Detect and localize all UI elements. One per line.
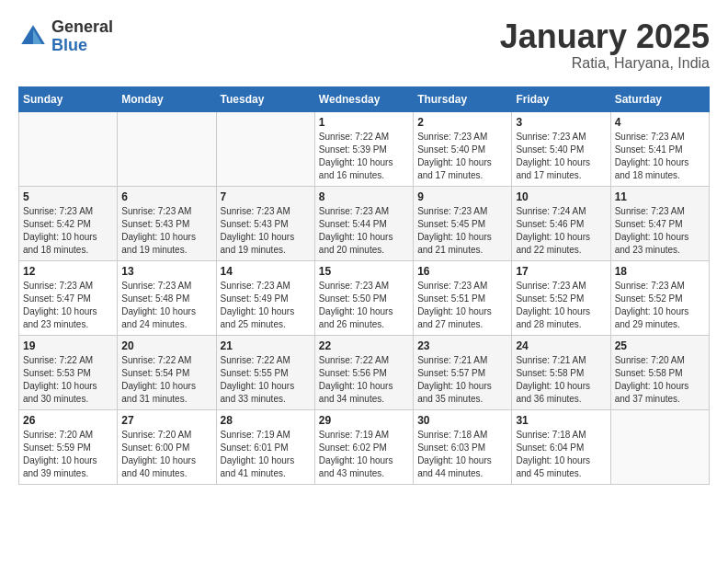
day-info: Sunrise: 7:20 AM Sunset: 5:59 PM Dayligh… (23, 429, 113, 480)
calendar-week-row: 1Sunrise: 7:22 AM Sunset: 5:39 PM Daylig… (19, 111, 710, 186)
day-number: 8 (319, 190, 409, 203)
day-of-week-header: Wednesday (314, 86, 413, 111)
calendar-week-row: 5Sunrise: 7:23 AM Sunset: 5:42 PM Daylig… (19, 186, 710, 260)
calendar-cell: 9Sunrise: 7:23 AM Sunset: 5:45 PM Daylig… (414, 186, 512, 260)
day-info: Sunrise: 7:23 AM Sunset: 5:52 PM Dayligh… (615, 280, 705, 331)
calendar-cell: 13Sunrise: 7:23 AM Sunset: 5:48 PM Dayli… (118, 260, 216, 335)
calendar-cell: 21Sunrise: 7:22 AM Sunset: 5:55 PM Dayli… (216, 335, 314, 409)
calendar-cell (19, 111, 118, 186)
day-info: Sunrise: 7:23 AM Sunset: 5:51 PM Dayligh… (417, 280, 507, 331)
logo-blue-text: Blue (51, 37, 113, 55)
calendar-cell: 3Sunrise: 7:23 AM Sunset: 5:40 PM Daylig… (512, 111, 610, 186)
day-info: Sunrise: 7:22 AM Sunset: 5:55 PM Dayligh… (221, 354, 311, 406)
logo: General Blue (18, 18, 113, 55)
day-number: 19 (23, 339, 113, 352)
day-info: Sunrise: 7:23 AM Sunset: 5:42 PM Dayligh… (23, 205, 113, 257)
day-of-week-header: Thursday (414, 86, 512, 111)
day-number: 28 (221, 414, 311, 427)
calendar-cell: 15Sunrise: 7:23 AM Sunset: 5:50 PM Dayli… (314, 260, 413, 335)
calendar-week-row: 12Sunrise: 7:23 AM Sunset: 5:47 PM Dayli… (19, 260, 710, 335)
day-of-week-header: Sunday (19, 86, 118, 111)
day-number: 3 (516, 116, 606, 129)
day-number: 20 (121, 339, 211, 352)
day-number: 13 (121, 265, 211, 278)
day-number: 22 (319, 339, 409, 352)
day-info: Sunrise: 7:19 AM Sunset: 6:02 PM Dayligh… (319, 429, 409, 480)
month-title: January 2025 (500, 18, 710, 55)
day-info: Sunrise: 7:23 AM Sunset: 5:45 PM Dayligh… (417, 205, 507, 257)
day-number: 15 (319, 265, 409, 278)
day-info: Sunrise: 7:20 AM Sunset: 5:58 PM Dayligh… (615, 354, 705, 406)
calendar-header: SundayMondayTuesdayWednesdayThursdayFrid… (19, 86, 710, 111)
day-info: Sunrise: 7:20 AM Sunset: 6:00 PM Dayligh… (121, 429, 211, 480)
day-info: Sunrise: 7:21 AM Sunset: 5:57 PM Dayligh… (417, 354, 507, 406)
day-number: 7 (221, 190, 311, 203)
calendar-cell: 19Sunrise: 7:22 AM Sunset: 5:53 PM Dayli… (19, 335, 118, 409)
day-info: Sunrise: 7:23 AM Sunset: 5:43 PM Dayligh… (121, 205, 211, 257)
day-info: Sunrise: 7:22 AM Sunset: 5:39 PM Dayligh… (319, 131, 409, 182)
page-header: General Blue January 2025 Ratia, Haryana… (18, 18, 710, 72)
logo-general-text: General (51, 18, 113, 37)
title-block: January 2025 Ratia, Haryana, India (500, 18, 710, 72)
calendar-cell: 4Sunrise: 7:23 AM Sunset: 5:41 PM Daylig… (610, 111, 709, 186)
day-number: 24 (516, 339, 606, 352)
day-info: Sunrise: 7:22 AM Sunset: 5:53 PM Dayligh… (23, 354, 113, 406)
calendar-cell: 18Sunrise: 7:23 AM Sunset: 5:52 PM Dayli… (610, 260, 709, 335)
day-info: Sunrise: 7:23 AM Sunset: 5:48 PM Dayligh… (121, 280, 211, 331)
day-number: 23 (417, 339, 507, 352)
calendar-cell: 29Sunrise: 7:19 AM Sunset: 6:02 PM Dayli… (314, 409, 413, 484)
day-info: Sunrise: 7:23 AM Sunset: 5:40 PM Dayligh… (516, 131, 606, 182)
day-info: Sunrise: 7:23 AM Sunset: 5:47 PM Dayligh… (23, 280, 113, 331)
calendar-cell: 10Sunrise: 7:24 AM Sunset: 5:46 PM Dayli… (512, 186, 610, 260)
day-info: Sunrise: 7:21 AM Sunset: 5:58 PM Dayligh… (516, 354, 606, 406)
calendar-cell (118, 111, 216, 186)
day-number: 5 (23, 190, 113, 203)
day-number: 14 (221, 265, 311, 278)
day-info: Sunrise: 7:22 AM Sunset: 5:56 PM Dayligh… (319, 354, 409, 406)
calendar-cell: 25Sunrise: 7:20 AM Sunset: 5:58 PM Dayli… (610, 335, 709, 409)
svg-marker-1 (33, 29, 42, 44)
calendar-cell: 6Sunrise: 7:23 AM Sunset: 5:43 PM Daylig… (118, 186, 216, 260)
day-of-week-header: Friday (512, 86, 610, 111)
day-info: Sunrise: 7:22 AM Sunset: 5:54 PM Dayligh… (121, 354, 211, 406)
calendar-cell: 22Sunrise: 7:22 AM Sunset: 5:56 PM Dayli… (314, 335, 413, 409)
day-info: Sunrise: 7:23 AM Sunset: 5:52 PM Dayligh… (516, 280, 606, 331)
calendar-cell: 17Sunrise: 7:23 AM Sunset: 5:52 PM Dayli… (512, 260, 610, 335)
calendar-cell: 8Sunrise: 7:23 AM Sunset: 5:44 PM Daylig… (314, 186, 413, 260)
calendar-cell: 7Sunrise: 7:23 AM Sunset: 5:43 PM Daylig… (216, 186, 314, 260)
day-number: 12 (23, 265, 113, 278)
day-number: 27 (121, 414, 211, 427)
day-of-week-header: Monday (118, 86, 216, 111)
day-info: Sunrise: 7:23 AM Sunset: 5:49 PM Dayligh… (221, 280, 311, 331)
calendar-table: SundayMondayTuesdayWednesdayThursdayFrid… (18, 86, 710, 485)
calendar-cell: 5Sunrise: 7:23 AM Sunset: 5:42 PM Daylig… (19, 186, 118, 260)
day-number: 2 (417, 116, 507, 129)
day-number: 4 (615, 116, 705, 129)
day-info: Sunrise: 7:23 AM Sunset: 5:50 PM Dayligh… (319, 280, 409, 331)
logo-icon (18, 22, 48, 52)
calendar-cell: 1Sunrise: 7:22 AM Sunset: 5:39 PM Daylig… (314, 111, 413, 186)
day-info: Sunrise: 7:18 AM Sunset: 6:03 PM Dayligh… (417, 429, 507, 480)
day-number: 18 (615, 265, 705, 278)
calendar-cell: 27Sunrise: 7:20 AM Sunset: 6:00 PM Dayli… (118, 409, 216, 484)
day-info: Sunrise: 7:23 AM Sunset: 5:44 PM Dayligh… (319, 205, 409, 257)
day-number: 17 (516, 265, 606, 278)
calendar-cell: 31Sunrise: 7:18 AM Sunset: 6:04 PM Dayli… (512, 409, 610, 484)
calendar-cell: 16Sunrise: 7:23 AM Sunset: 5:51 PM Dayli… (414, 260, 512, 335)
day-info: Sunrise: 7:23 AM Sunset: 5:47 PM Dayligh… (615, 205, 705, 257)
calendar-cell: 28Sunrise: 7:19 AM Sunset: 6:01 PM Dayli… (216, 409, 314, 484)
day-of-week-header: Tuesday (216, 86, 314, 111)
day-number: 31 (516, 414, 606, 427)
day-number: 6 (121, 190, 211, 203)
day-info: Sunrise: 7:23 AM Sunset: 5:41 PM Dayligh… (615, 131, 705, 182)
calendar-body: 1Sunrise: 7:22 AM Sunset: 5:39 PM Daylig… (19, 111, 710, 484)
location-text: Ratia, Haryana, India (500, 55, 710, 72)
calendar-week-row: 26Sunrise: 7:20 AM Sunset: 5:59 PM Dayli… (19, 409, 710, 484)
day-number: 21 (221, 339, 311, 352)
calendar-cell: 14Sunrise: 7:23 AM Sunset: 5:49 PM Dayli… (216, 260, 314, 335)
day-number: 16 (417, 265, 507, 278)
calendar-cell: 2Sunrise: 7:23 AM Sunset: 5:40 PM Daylig… (414, 111, 512, 186)
day-info: Sunrise: 7:24 AM Sunset: 5:46 PM Dayligh… (516, 205, 606, 257)
day-number: 1 (319, 116, 409, 129)
day-number: 9 (417, 190, 507, 203)
